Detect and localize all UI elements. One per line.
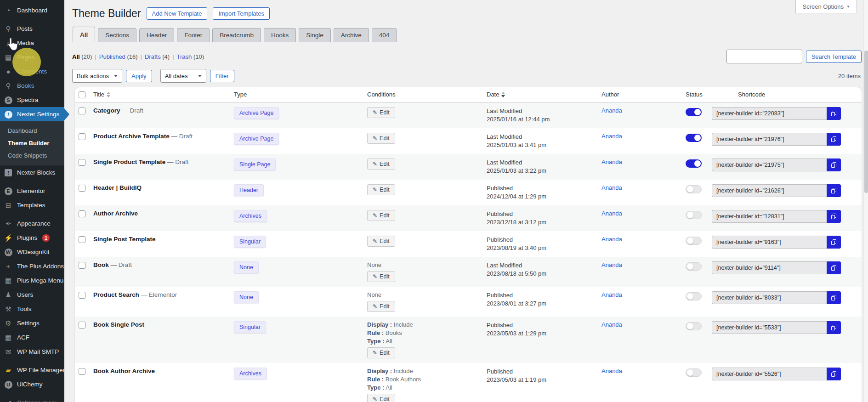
copy-shortcode-button[interactable]: [827, 261, 841, 274]
shortcode-field[interactable]: [nexter-builder id="21976"]: [712, 133, 827, 146]
sidebar-item-uichemy[interactable]: UUiChemy: [0, 377, 64, 391]
tab-header[interactable]: Header: [139, 28, 174, 42]
row-checkbox[interactable]: [79, 133, 85, 140]
status-toggle[interactable]: [686, 185, 702, 193]
view-trash[interactable]: Trash (10): [177, 53, 204, 60]
submenu-item-theme-builder[interactable]: Theme Builder: [0, 137, 64, 149]
template-title[interactable]: Book Single Post: [93, 321, 144, 328]
sidebar-item-spectra[interactable]: SSpectra: [0, 93, 64, 107]
shortcode-field[interactable]: [nexter-builder id="9114"]: [712, 261, 827, 274]
select-all-checkbox[interactable]: [79, 91, 85, 98]
view-published[interactable]: Published (16): [99, 53, 138, 60]
copy-shortcode-button[interactable]: [827, 159, 841, 171]
shortcode-field[interactable]: [nexter-builder id="5526"]: [712, 368, 827, 380]
row-checkbox[interactable]: [79, 262, 85, 269]
edit-conditions-button[interactable]: ✎Edit: [367, 107, 395, 118]
row-checkbox[interactable]: [79, 108, 85, 114]
template-title[interactable]: Author Archive: [93, 210, 138, 217]
scrollbar-thumb[interactable]: [864, 51, 868, 193]
apply-button[interactable]: Apply: [126, 70, 152, 82]
row-checkbox[interactable]: [79, 159, 85, 166]
row-checkbox[interactable]: [79, 236, 85, 243]
row-checkbox[interactable]: [79, 210, 85, 217]
column-header-date[interactable]: Date: [483, 87, 598, 102]
sidebar-item-templates[interactable]: ⊟Templates: [0, 198, 64, 212]
edit-conditions-button[interactable]: ✎Edit: [367, 301, 395, 312]
shortcode-field[interactable]: [nexter-builder id="21975"]: [712, 159, 827, 171]
column-header-title[interactable]: Title: [90, 87, 230, 102]
copy-shortcode-button[interactable]: [827, 291, 841, 304]
row-checkbox[interactable]: [79, 368, 85, 375]
template-title[interactable]: Product Search: [93, 291, 139, 298]
sidebar-item-tools[interactable]: ⚒Tools: [0, 302, 64, 316]
sidebar-item-collapse-menu[interactable]: ◀Collapse menu: [0, 396, 64, 402]
bulk-actions-select[interactable]: Bulk actions: [72, 69, 122, 83]
sidebar-item-nexter-settings[interactable]: !Nexter Settings: [0, 107, 64, 121]
shortcode-field[interactable]: [nexter-builder id="22083"]: [712, 107, 827, 120]
edit-conditions-button[interactable]: ✎Edit: [367, 347, 395, 358]
shortcode-field[interactable]: [nexter-builder id="21626"]: [712, 184, 827, 197]
sidebar-item-elementor[interactable]: EElementor: [0, 184, 64, 198]
add-new-template-button[interactable]: Add New Template: [147, 7, 208, 20]
filter-button[interactable]: Filter: [210, 70, 234, 82]
view-drafts[interactable]: Drafts (4): [145, 53, 170, 60]
status-toggle[interactable]: [686, 134, 702, 142]
row-checkbox[interactable]: [79, 292, 85, 299]
view-all[interactable]: All (20): [72, 53, 92, 60]
template-title[interactable]: Book Author Archive: [93, 368, 155, 374]
screen-options-button[interactable]: Screen Options ▼: [795, 0, 857, 13]
sidebar-item-settings[interactable]: ⚙Settings: [0, 316, 64, 330]
sidebar-item-books[interactable]: ⚲Books: [0, 79, 64, 93]
template-title[interactable]: Single Post Template: [93, 236, 156, 243]
template-title[interactable]: Category: [93, 107, 120, 114]
author-link[interactable]: Ananda: [601, 368, 622, 374]
edit-conditions-button[interactable]: ✎Edit: [367, 184, 395, 195]
dates-filter-select[interactable]: All dates: [160, 69, 206, 83]
submenu-item-dashboard[interactable]: Dashboard: [0, 125, 64, 137]
author-link[interactable]: Ananda: [601, 291, 622, 298]
copy-shortcode-button[interactable]: [827, 321, 841, 334]
author-link[interactable]: Ananda: [601, 133, 622, 140]
edit-conditions-button[interactable]: ✎Edit: [367, 236, 395, 247]
tab-footer[interactable]: Footer: [177, 28, 210, 42]
copy-shortcode-button[interactable]: [827, 133, 841, 146]
author-link[interactable]: Ananda: [601, 321, 622, 328]
template-title[interactable]: Header | BuildIQ: [93, 184, 142, 191]
vertical-scrollbar[interactable]: [863, 0, 868, 402]
sidebar-item-the-plus-addons[interactable]: +The Plus Addons: [0, 259, 64, 273]
import-templates-button[interactable]: Import Templates: [213, 7, 269, 20]
tab-hooks[interactable]: Hooks: [264, 28, 296, 42]
edit-conditions-button[interactable]: ✎Edit: [367, 394, 395, 402]
search-input[interactable]: [726, 50, 802, 63]
author-link[interactable]: Ananda: [601, 261, 622, 268]
shortcode-field[interactable]: [nexter-builder id="5533"]: [712, 321, 827, 334]
author-link[interactable]: Ananda: [601, 236, 622, 243]
template-title[interactable]: Product Archive Template: [93, 133, 170, 140]
sidebar-item-wp-file-manager[interactable]: ▰WP File Manager: [0, 363, 64, 377]
sidebar-item-wdesignkit[interactable]: WWDesignKit: [0, 245, 64, 259]
shortcode-field[interactable]: [nexter-builder id="8033"]: [712, 291, 827, 304]
template-title[interactable]: Single Product Template: [93, 159, 165, 165]
tab-404[interactable]: 404: [372, 28, 397, 42]
sidebar-item-wp-mail-smtp[interactable]: ✉WP Mail SMTP: [0, 345, 64, 359]
sidebar-item-pages[interactable]: ▤Pages: [0, 50, 64, 64]
template-title[interactable]: Book: [93, 261, 109, 268]
status-toggle[interactable]: [686, 108, 702, 116]
edit-conditions-button[interactable]: ✎Edit: [367, 159, 395, 170]
status-toggle[interactable]: [686, 237, 702, 245]
edit-conditions-button[interactable]: ✎Edit: [367, 133, 395, 144]
status-toggle[interactable]: [686, 159, 702, 168]
sidebar-item-media[interactable]: ♫Media: [0, 36, 64, 50]
status-toggle[interactable]: [686, 322, 702, 330]
copy-shortcode-button[interactable]: [827, 184, 841, 197]
sidebar-item-users[interactable]: ♟Users: [0, 288, 64, 302]
status-toggle[interactable]: [686, 368, 702, 377]
row-checkbox[interactable]: [79, 322, 85, 328]
copy-shortcode-button[interactable]: [827, 210, 841, 223]
search-template-button[interactable]: Search Template: [806, 51, 862, 63]
sidebar-item-acf[interactable]: ▦ACF: [0, 330, 64, 345]
author-link[interactable]: Ananda: [601, 107, 622, 114]
sidebar-item-dashboard[interactable]: ◔Dashboard: [0, 3, 64, 17]
tab-archive[interactable]: Archive: [334, 28, 369, 42]
author-link[interactable]: Ananda: [601, 184, 622, 191]
